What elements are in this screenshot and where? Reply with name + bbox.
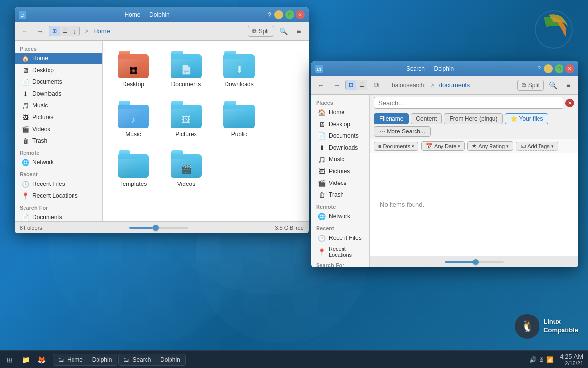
sidebar-item-videos-2[interactable]: 🎬 Videos — [311, 177, 369, 189]
sidebar-item-music-1[interactable]: 🎵 Music — [15, 100, 102, 111]
display-icon[interactable]: 🖥 — [539, 356, 544, 363]
filter-tag-icon: 🏷 — [520, 143, 526, 149]
sidebar-item-network-2[interactable]: 🌐 Network — [311, 210, 369, 222]
tab-from-here[interactable]: From Here (pingu) — [444, 113, 503, 124]
breadcrumb-home-1[interactable]: Home — [89, 26, 114, 36]
search-button-1[interactable]: 🔍 — [276, 25, 290, 38]
slider-track-2 — [445, 261, 504, 263]
tab-your-files[interactable]: ⭐ Your files — [505, 113, 548, 124]
view-toggle-1: ⊞ ☰ ⫿ — [49, 26, 80, 36]
search-button-2[interactable]: 🔍 — [546, 79, 560, 92]
close-button-2[interactable]: ✕ — [565, 64, 574, 73]
taskbar-app-home-dolphin[interactable]: 🗂 Home — Dolphin — [53, 354, 117, 366]
slider-thumb-1[interactable] — [153, 225, 159, 231]
file-item-desktop[interactable]: ▦ Desktop — [109, 47, 158, 93]
sidebar-item-recent-files-2[interactable]: 🕒 Recent Files — [311, 232, 369, 244]
sidebar-places-label-1: Places — [15, 43, 102, 53]
breadcrumb-documents[interactable]: documents — [435, 80, 474, 90]
file-item-documents[interactable]: 📄 Documents — [162, 47, 211, 93]
sidebar-item-home-1[interactable]: 🏠 Home — [15, 53, 102, 64]
tab-more-search[interactable]: ⋯ More Search... — [374, 126, 431, 137]
split-button-2[interactable]: ⧉ Split — [517, 80, 544, 91]
filter-documents[interactable]: ≡ Documents ▾ — [374, 142, 418, 151]
sidebar-item-videos-1[interactable]: 🎬 Videos — [15, 123, 102, 135]
forward-button-1[interactable]: → — [33, 25, 47, 38]
panel-btn-2[interactable]: ⧉ — [369, 79, 383, 92]
minimize-button-1[interactable]: – — [274, 10, 283, 19]
sidebar-item-downloads-2[interactable]: ⬇ Downloads — [311, 142, 369, 154]
help-icon-1[interactable]: ? — [268, 11, 271, 19]
filter-any-rating[interactable]: ★ Any Rating ▾ — [467, 141, 513, 151]
taskbar-app-search-dolphin[interactable]: 🗂 Search — Dolphin — [118, 354, 185, 366]
slider-1[interactable] — [47, 227, 270, 229]
file-item-pictures[interactable]: 🖼 Pictures — [162, 97, 211, 143]
filter-rating-chevron: ▾ — [506, 144, 509, 149]
minimize-button-2[interactable]: – — [544, 64, 553, 73]
file-item-templates[interactable]: Templates — [109, 146, 158, 192]
taskbar-right: 🔊 🖥 📶 4:25 AM 2/16/21 — [524, 353, 588, 366]
sidebar-searchfor-label-2: Search For — [311, 260, 369, 267]
filter-add-tags[interactable]: 🏷 Add Tags ▾ — [516, 142, 558, 151]
forward-button-2[interactable]: → — [330, 79, 343, 92]
sidebar-search-documents-1[interactable]: 📄 Documents — [15, 211, 102, 221]
sidebar-item-recent-locations-1[interactable]: 📍 Recent Locations — [15, 190, 102, 202]
sidebar-music-label-1: Music — [32, 102, 48, 109]
home-icon-1: 🏠 — [22, 54, 29, 62]
folder-body-vid: 🎬 — [171, 154, 202, 178]
filter-docs-chevron: ▾ — [412, 144, 414, 149]
taskbar-firefox-icon[interactable]: 🦊 — [34, 353, 48, 367]
split-button-1[interactable]: ⧉ Split — [248, 26, 274, 37]
sidebar-item-documents-1[interactable]: 📄 Documents — [15, 76, 102, 88]
volume-icon[interactable]: 🔊 — [529, 356, 537, 363]
music-icon-2: 🎵 — [318, 156, 326, 163]
grid-view-btn-2[interactable]: ⊞ — [346, 80, 356, 90]
slider-thumb-2[interactable] — [473, 259, 479, 265]
file-item-videos[interactable]: 🎬 Videos — [162, 146, 211, 192]
column-view-btn-1[interactable]: ⫿ — [71, 26, 79, 36]
taskbar-files-icon[interactable]: 📁 — [19, 353, 32, 367]
sidebar-item-trash-2[interactable]: 🗑 Trash — [311, 189, 369, 201]
file-item-public[interactable]: Public — [215, 97, 264, 143]
search-clear-button[interactable]: ✕ — [565, 99, 574, 107]
sidebar-item-recent-locations-2[interactable]: 📍 Recent Locations — [311, 244, 369, 260]
file-item-downloads[interactable]: ⬇ Downloads — [215, 47, 264, 93]
maximize-button-2[interactable]: □ — [555, 64, 564, 73]
menu-button-2[interactable]: ≡ — [562, 79, 575, 92]
sidebar-item-music-2[interactable]: 🎵 Music — [311, 154, 369, 165]
search-input[interactable] — [374, 97, 564, 109]
slider-2[interactable] — [375, 261, 573, 263]
file-name-music: Music — [125, 131, 141, 139]
list-view-btn-1[interactable]: ☰ — [60, 26, 71, 36]
folder-body-tmpl — [118, 154, 149, 178]
taskbar-show-desktop[interactable]: ⊞ — [3, 353, 17, 367]
back-button-2[interactable]: ← — [314, 79, 328, 92]
close-button-1[interactable]: ✕ — [296, 10, 305, 19]
tab-filename[interactable]: Filename — [374, 113, 409, 124]
statusbar-2 — [370, 256, 578, 267]
help-icon-2[interactable]: ? — [537, 65, 541, 73]
breadcrumb-baloosearch[interactable]: baloosearch: — [388, 80, 430, 90]
sidebar-item-desktop-1[interactable]: 🖥 Desktop — [15, 64, 102, 76]
file-item-music[interactable]: ♪ Music — [109, 97, 158, 143]
sidebar-item-recent-files-1[interactable]: 🕒 Recent Files — [15, 178, 102, 190]
filter-any-date[interactable]: 📅 Any Date ▾ — [421, 141, 465, 151]
sidebar-item-home-2[interactable]: 🏠 Home — [311, 106, 369, 118]
sidebar-network-label-1: Network — [32, 159, 54, 166]
grid-view-btn-1[interactable]: ⊞ — [49, 26, 60, 36]
maximize-button-1[interactable]: □ — [285, 10, 294, 19]
sidebar-item-pictures-2[interactable]: 🖼 Pictures — [311, 165, 369, 177]
list-view-btn-2[interactable]: ☰ — [356, 80, 367, 90]
network-tray-icon[interactable]: 📶 — [546, 356, 554, 363]
window-body-1: Places 🏠 Home 🖥 Desktop 📄 Documents ⬇ Do… — [15, 41, 309, 221]
sidebar-item-documents-2[interactable]: 📄 Documents — [311, 130, 369, 142]
sidebar-item-desktop-2[interactable]: 🖥 Desktop — [311, 118, 369, 130]
tab-content[interactable]: Content — [411, 113, 442, 124]
sidebar-item-downloads-1[interactable]: ⬇ Downloads — [15, 88, 102, 100]
sidebar-documents-label-1: Documents — [32, 79, 62, 85]
menu-button-1[interactable]: ≡ — [292, 25, 306, 38]
back-button-1[interactable]: ← — [18, 25, 31, 38]
sidebar-item-pictures-1[interactable]: 🖼 Pictures — [15, 111, 102, 123]
no-items-area: No items found. — [370, 153, 578, 256]
sidebar-item-network-1[interactable]: 🌐 Network — [15, 157, 102, 168]
sidebar-item-trash-1[interactable]: 🗑 Trash — [15, 135, 102, 147]
